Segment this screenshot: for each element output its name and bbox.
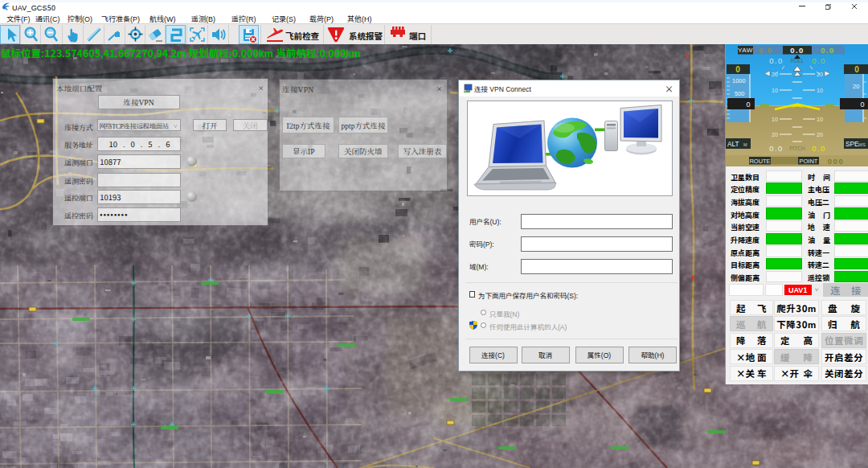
svg-text:10: 10 <box>817 88 823 93</box>
svg-text:PITCH: PITCH <box>789 146 805 151</box>
svg-text:M/S: M/S <box>858 142 866 147</box>
svg-text:20: 20 <box>817 132 823 138</box>
svg-text:10: 10 <box>772 117 778 122</box>
svg-text:10: 10 <box>817 117 823 122</box>
svg-text:10: 10 <box>772 88 778 93</box>
svg-text:0.0: 0.0 <box>769 56 784 65</box>
svg-text:1000: 1000 <box>732 77 746 84</box>
svg-text:0: 0 <box>746 101 750 109</box>
svg-text:500: 500 <box>735 90 745 97</box>
svg-text:0.0: 0.0 <box>769 144 784 153</box>
svg-text:0: 0 <box>735 65 740 74</box>
svg-text:20: 20 <box>772 72 778 77</box>
svg-text:20: 20 <box>817 72 823 77</box>
svg-text:0.0: 0.0 <box>759 46 773 55</box>
svg-text:0: 0 <box>854 65 859 74</box>
svg-text:YAW: YAW <box>738 47 753 54</box>
svg-text:ROLL: ROLL <box>791 58 805 64</box>
svg-text:POINT: POINT <box>800 158 818 165</box>
svg-text:20: 20 <box>853 83 859 90</box>
svg-text:0.0: 0.0 <box>821 46 835 55</box>
svg-text:0.0: 0.0 <box>790 46 805 55</box>
svg-text:20: 20 <box>772 132 778 138</box>
svg-text:SPE: SPE <box>845 141 859 148</box>
svg-text:000: 000 <box>828 157 844 166</box>
svg-text:0.0: 0.0 <box>812 56 826 65</box>
svg-text:0.0: 0.0 <box>812 144 826 153</box>
svg-text:0: 0 <box>860 101 864 109</box>
svg-text:ROUTE: ROUTE <box>749 158 770 165</box>
svg-text:M: M <box>743 142 747 147</box>
svg-text:ALT: ALT <box>727 141 739 148</box>
